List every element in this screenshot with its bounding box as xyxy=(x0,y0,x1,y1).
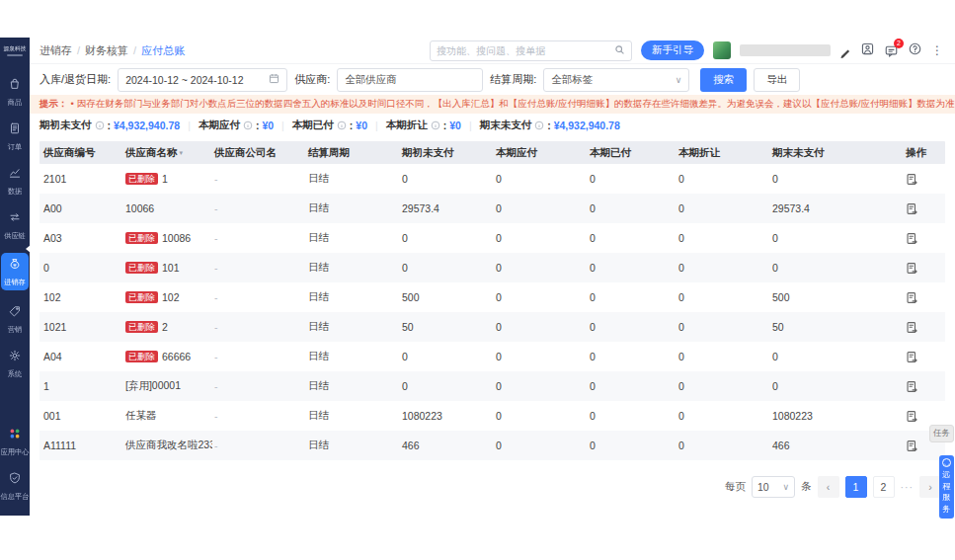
view-detail-icon[interactable] xyxy=(906,291,918,304)
view-detail-icon[interactable] xyxy=(906,321,918,334)
cycle-filter-select[interactable]: 全部标签 ∨ xyxy=(543,68,689,92)
messages-icon[interactable]: 2 xyxy=(884,43,899,58)
notice-bar: 提示：•因存在财务部门与业务部门对小数点后三位的数据四舍五入的标准以及时间口径不… xyxy=(30,95,955,114)
company-name: - xyxy=(212,410,306,422)
settlement-cycle: 日结 xyxy=(306,172,400,186)
end-unpaid: 50 xyxy=(770,321,904,333)
app-window: 源泉科技 商品 订单 数据 供应链 进销存 营销 系统 xyxy=(0,38,955,516)
supplier-name: 已删除66666 xyxy=(123,351,212,363)
column-header: 供应商编号 xyxy=(40,146,123,160)
company-name: - xyxy=(212,440,306,451)
view-detail-icon[interactable] xyxy=(906,262,918,275)
supplier-name: 已删除2 xyxy=(123,321,212,334)
task-floating-tab[interactable]: 任务 xyxy=(929,425,954,442)
shield-icon xyxy=(8,471,22,489)
sidebar-item-inventory[interactable]: 进销存 xyxy=(1,253,29,290)
sidebar-item-supply-chain[interactable]: 供应链 xyxy=(1,210,29,241)
summary-item: 本期应付:¥0 xyxy=(199,119,274,132)
search-button[interactable]: 搜索 xyxy=(700,68,747,92)
breadcrumb-current: 应付总账 xyxy=(141,43,185,58)
chevron-down-icon: ∨ xyxy=(782,482,789,492)
company-name: - xyxy=(212,173,306,185)
support-icon[interactable] xyxy=(860,41,875,60)
view-detail-icon[interactable] xyxy=(906,202,918,215)
sidebar-item-orders[interactable]: 订单 xyxy=(1,121,29,152)
sort-icon[interactable]: ▾ xyxy=(180,149,184,157)
view-detail-icon[interactable] xyxy=(906,380,918,393)
summary-item: 本期已付:¥0 xyxy=(292,119,367,132)
avatar[interactable] xyxy=(713,41,731,59)
search-icon[interactable] xyxy=(614,41,625,59)
column-header: 结算周期 xyxy=(306,146,400,160)
supplier-name: 已删除1 xyxy=(123,173,212,186)
prev-page-button[interactable]: ‹ xyxy=(818,476,839,498)
begin-unpaid: 466 xyxy=(400,440,494,451)
logo-subtext xyxy=(7,54,23,56)
logo-text: 源泉科技 xyxy=(4,44,27,53)
period-paid: 0 xyxy=(588,440,676,451)
sidebar-item-goods[interactable]: 商品 xyxy=(1,77,29,108)
view-detail-icon[interactable] xyxy=(906,440,918,452)
begin-unpaid: 50 xyxy=(400,321,494,333)
info-icon xyxy=(534,120,544,130)
sidebar-item-system[interactable]: 系统 xyxy=(1,349,29,379)
supplier-name: 10066 xyxy=(123,202,212,214)
view-detail-icon[interactable] xyxy=(906,351,918,363)
supplier-name: 已删除101 xyxy=(123,262,212,275)
period-discount: 0 xyxy=(676,262,770,274)
more-menu-icon[interactable]: ⋮ xyxy=(931,44,943,56)
column-header[interactable]: 供应商名称▾ xyxy=(123,146,212,160)
service-floating-tab[interactable]: ◡ 远程服务 xyxy=(939,455,954,519)
global-search[interactable] xyxy=(430,40,632,61)
view-detail-icon[interactable] xyxy=(906,232,918,245)
column-header: 期初未支付 xyxy=(400,146,494,160)
date-range-input[interactable]: 2024-10-12 ~ 2024-10-12 xyxy=(118,68,287,92)
settlement-cycle: 日结 xyxy=(306,439,400,452)
breadcrumb: 进销存 / 财务核算 / 应付总账 xyxy=(40,43,185,58)
period-discount: 0 xyxy=(676,410,770,422)
help-icon[interactable] xyxy=(908,41,922,60)
per-page-select[interactable]: 10∨ xyxy=(752,476,795,498)
info-icon xyxy=(431,120,440,130)
supplier-filter-input[interactable]: 全部供应商 xyxy=(337,68,483,92)
topbar-actions: 新手引导 2 ⋮ xyxy=(430,40,943,61)
end-unpaid: 0 xyxy=(770,380,904,392)
period-paid: 0 xyxy=(588,232,676,244)
breadcrumb-level1[interactable]: 进销存 xyxy=(40,43,72,58)
global-search-input[interactable] xyxy=(437,45,610,56)
app-center-icon xyxy=(8,427,22,444)
payable-table: 供应商编号供应商名称▾供应商公司名结算周期期初未支付本期应付本期已付本期折让期末… xyxy=(40,141,945,460)
sidebar-item-marketing[interactable]: 营销 xyxy=(1,304,29,335)
export-button[interactable]: 导出 xyxy=(754,68,800,92)
supplier-filter-label: 供应商: xyxy=(294,72,330,87)
breadcrumb-level2[interactable]: 财务核算 xyxy=(85,43,128,58)
page-button[interactable]: 1 xyxy=(845,476,867,498)
period-payable: 0 xyxy=(494,410,588,422)
notice-prefix: 提示： xyxy=(40,98,68,109)
period-paid: 0 xyxy=(588,173,676,185)
notice-text: 因存在财务部门与业务部门对小数点后三位的数据四舍五入的标准以及时间口径不同，【出… xyxy=(77,98,955,109)
supplier-code: A00 xyxy=(40,202,123,214)
table-row: 2101 已删除1 - 日结 0 0 0 0 0 xyxy=(40,164,945,194)
company-name: - xyxy=(212,291,306,303)
table-row: A03 已删除10086 - 日结 0 0 0 0 0 xyxy=(40,223,945,253)
end-unpaid: 0 xyxy=(770,351,904,362)
sidebar-item-info-platform[interactable]: 信息平台 xyxy=(1,471,29,502)
view-detail-icon[interactable] xyxy=(906,173,918,186)
sidebar-item-app-center[interactable]: 应用中心 xyxy=(1,427,29,457)
table-row: A04 已删除66666 - 日结 0 0 0 0 0 xyxy=(40,342,945,371)
newbie-guide-button[interactable]: 新手引导 xyxy=(641,40,704,60)
column-header: 本期折让 xyxy=(676,146,770,160)
view-detail-icon[interactable] xyxy=(906,410,918,423)
page-button[interactable]: 2 xyxy=(873,476,895,498)
column-header: 操作 xyxy=(904,146,945,160)
sidebar-item-data[interactable]: 数据 xyxy=(1,166,29,197)
supplier-name: 任某器 xyxy=(123,409,212,423)
begin-unpaid: 29573.4 xyxy=(400,202,494,214)
summary-item: 期初未支付:¥4,932,940.78 xyxy=(40,119,180,132)
next-page-button[interactable]: › xyxy=(919,476,941,498)
pen-icon[interactable] xyxy=(839,44,851,56)
begin-unpaid: 0 xyxy=(400,351,494,362)
end-unpaid: 0 xyxy=(770,173,904,185)
column-header: 本期已付 xyxy=(588,146,676,160)
